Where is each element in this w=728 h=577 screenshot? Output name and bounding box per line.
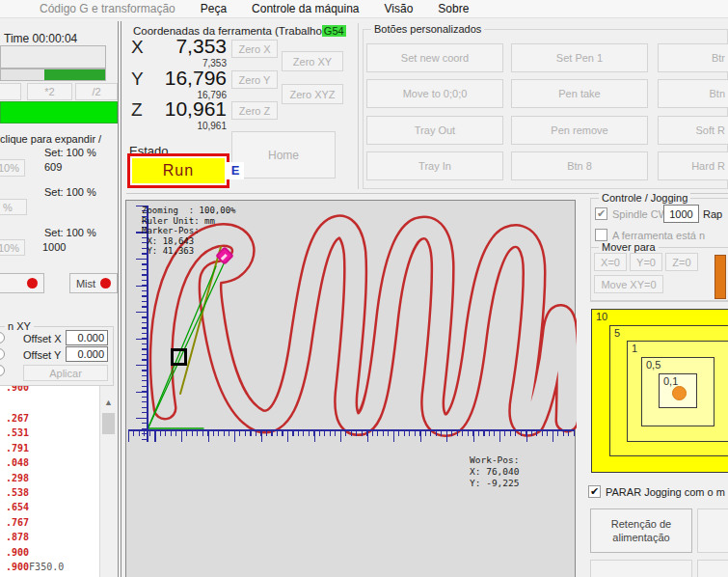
spindle-10pct-button[interactable]: 10% — [0, 239, 25, 256]
mist-status-dot — [100, 278, 111, 288]
spindle-set-label: Set: 100 % — [44, 227, 96, 238]
gcode-list[interactable]: .900 .267 .531 .791 .048 .298 .538 .654 … — [0, 386, 99, 577]
jog-step-label-5: 5 — [614, 327, 620, 339]
offset-y-label: Offset Y — [23, 349, 61, 361]
spindle-value-label: 1000 — [42, 241, 66, 253]
rapid-label: Rap — [703, 208, 722, 220]
axis-z-value: 10,961 — [121, 97, 227, 121]
custom-button-move-to-000[interactable]: Move to 0;0;0 — [366, 79, 503, 108]
run-state-button[interactable]: Run E — [132, 158, 225, 183]
elapsed-time-label: Time 00:00:04 — [4, 32, 77, 45]
custom-button-btn8[interactable]: Btn 8 — [511, 151, 648, 180]
gcode-line: .298 — [0, 471, 99, 485]
home-button[interactable]: Home — [231, 131, 336, 179]
marker-highlight — [221, 254, 228, 261]
custom-button-tray-in[interactable]: Tray In — [366, 151, 503, 180]
custom-buttons-title: Botões personalizados — [371, 23, 484, 35]
goto-y0-button[interactable]: Y=0 — [630, 253, 662, 271]
move-xy0-button[interactable]: Move XY=0 — [594, 275, 663, 293]
jog-step-label-01: 0,1 — [663, 375, 678, 387]
rapid-set-label: Set: 100 % — [44, 186, 96, 198]
gcode-line: .878 — [0, 530, 99, 544]
flood-status-dot — [27, 278, 38, 288]
gcode-line: .267 — [0, 411, 99, 426]
spindle-cw-label: Spindle CW — [612, 208, 668, 220]
flood-button[interactable] — [0, 273, 44, 293]
custom-button-tray-out[interactable]: Tray Out — [366, 116, 503, 145]
spindle-speed-field[interactable]: 1000 — [663, 205, 699, 223]
partial-button-bottom[interactable] — [590, 560, 692, 577]
zero-xy-button[interactable]: Zero XY — [282, 51, 343, 71]
jog-step-label-10: 10 — [596, 311, 607, 322]
offset-x-field[interactable]: 0.000 — [66, 330, 108, 345]
gcode-scrollbar[interactable]: ▲ — [99, 386, 117, 577]
custom-button-btn7[interactable]: Btn — [658, 79, 728, 108]
divide-speed-button[interactable]: /2 — [75, 83, 118, 100]
apply-offset-button[interactable]: Aplicar — [23, 365, 108, 381]
progress-bar — [0, 69, 106, 81]
g54-badge: G54 — [322, 25, 346, 37]
partial-button-bottom-right[interactable] — [697, 560, 728, 577]
jog-pad-cursor-dot[interactable] — [672, 386, 687, 400]
horizontal-ruler-major-ticks — [128, 431, 575, 442]
jog-step-label-05: 0,5 — [646, 359, 661, 371]
axis-y-value: 16,796 — [121, 67, 227, 90]
axis-z-machine: 10,961 — [121, 121, 227, 131]
rapid-pct-button[interactable]: % — [0, 199, 27, 215]
run-state-frame: Run E — [127, 153, 229, 188]
feed-hold-button[interactable]: Retenção de alimentação — [590, 508, 692, 553]
menu-item-visao[interactable]: Visão — [372, 0, 426, 17]
feed-hold-line2: alimentação — [612, 531, 669, 544]
buffer-bar — [0, 101, 118, 124]
speed-button-cut[interactable] — [0, 83, 21, 100]
divider — [358, 23, 359, 189]
feed-10pct-button[interactable]: 10% — [0, 159, 25, 177]
run-e-badge: E — [227, 162, 244, 179]
toolpath-canvas[interactable]: Zooming : 100,00% Ruler Unit: mm Marker-… — [125, 200, 576, 577]
goto-x0-button[interactable]: X=0 — [594, 253, 627, 271]
file-progress-track — [0, 45, 106, 69]
feed-hold-line1: Retenção de — [611, 517, 671, 531]
divider — [118, 21, 119, 577]
custom-button-pen-remove[interactable]: Pen remove — [511, 116, 648, 145]
zero-z-button[interactable]: Zero Z — [231, 101, 278, 120]
gcode-line-current: .900F350.0 — [0, 560, 99, 574]
menu-item-gcode[interactable]: Código G e transformação — [27, 0, 188, 17]
scroll-up-arrow[interactable]: ▲ — [102, 396, 115, 409]
menu-item-peca[interactable]: Peça — [188, 0, 239, 17]
gcode-line: .791 — [0, 441, 99, 455]
offset-y-field[interactable]: 0.000 — [66, 346, 108, 362]
gcode-line: .654 — [0, 500, 99, 514]
gcode-feed-part: F350.0 — [29, 562, 64, 572]
jogging-title: Controle / Jogging — [599, 192, 690, 204]
progress-fill — [44, 69, 105, 80]
gcode-line: .900 — [0, 545, 99, 560]
mist-button[interactable]: Mist — [69, 273, 118, 293]
goto-z0-button[interactable]: Z=0 — [665, 253, 698, 271]
custom-button-soft-reset[interactable]: Soft R — [658, 116, 728, 145]
zero-y-button[interactable]: Zero Y — [231, 70, 278, 89]
z-jog-slider[interactable] — [715, 255, 726, 299]
custom-button-set-new-coord[interactable]: Set new coord — [366, 43, 503, 72]
application-window: Código G e transformação Peça Controle d… — [0, 0, 728, 577]
tool-checkbox[interactable] — [595, 229, 607, 241]
parar-jogging-checkbox[interactable]: ✔ — [588, 485, 601, 498]
work-position-text: Work-Pos: X: 76,040 Y: -9,225 — [470, 454, 519, 489]
menu-item-sobre[interactable]: Sobre — [425, 0, 481, 17]
mover-para-title: Mover para — [599, 241, 659, 253]
custom-button-set-pen-1[interactable]: Set Pen 1 — [511, 43, 648, 72]
menu-item-machine-control[interactable]: Controle da máquina — [239, 0, 371, 17]
custom-button-btn3[interactable]: Btr — [658, 43, 728, 72]
custom-button-hard-reset[interactable]: Hard R — [658, 151, 728, 180]
zero-x-button[interactable]: Zero X — [231, 40, 278, 58]
zero-xyz-button[interactable]: Zero XYZ — [282, 84, 343, 104]
selection-square-marker — [171, 348, 187, 366]
multiply-speed-button[interactable]: *2 — [27, 83, 72, 100]
partial-button-right[interactable] — [697, 508, 728, 553]
spindle-cw-checkbox[interactable]: ✔ — [595, 207, 607, 220]
custom-button-pen-take[interactable]: Pen take — [511, 79, 648, 108]
scroll-thumb[interactable] — [102, 413, 115, 434]
parar-jogging-label: PARAR Jogging com o m — [606, 486, 725, 498]
run-state-text: Run — [163, 162, 194, 179]
tool-checkbox-label: A ferramenta está n — [612, 230, 705, 241]
